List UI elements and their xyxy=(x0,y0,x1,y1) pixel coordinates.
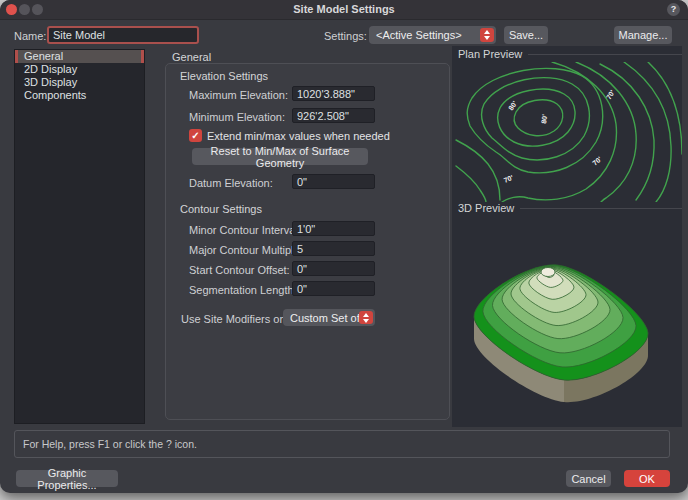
contour-label: 70' xyxy=(503,174,515,184)
contour-label: 80' xyxy=(540,113,548,124)
chevron-up-icon xyxy=(363,313,369,317)
ok-button[interactable]: OK xyxy=(624,470,670,487)
maximum-elevation-label: Maximum Elevation: xyxy=(189,89,288,101)
maximum-elevation-input[interactable]: 1020'3.888" xyxy=(292,86,375,101)
title-bar: Site Model Settings ? xyxy=(0,0,688,20)
cancel-button[interactable]: Cancel xyxy=(566,470,611,487)
help-hint-box: For Help, press F1 or click the ? icon. xyxy=(14,430,670,458)
name-label: Name: xyxy=(14,30,46,42)
plan-preview-canvas: 80' 80' 70' 70' 70' xyxy=(454,62,682,202)
start-contour-offset-input[interactable]: 0" xyxy=(292,261,375,276)
segmentation-length-input[interactable]: 0" xyxy=(292,281,375,296)
contour-label: 70' xyxy=(605,89,616,101)
elevation-settings-title: Elevation Settings xyxy=(180,70,268,82)
datum-elevation-input[interactable]: 0" xyxy=(292,174,375,189)
site-model-settings-dialog: Site Model Settings ? Name: Site Model S… xyxy=(0,0,688,493)
minimum-elevation-input[interactable]: 926'2.508" xyxy=(292,108,375,123)
reset-minmax-button[interactable]: Reset to Min/Max of Surface Geometry xyxy=(192,148,368,165)
help-icon[interactable]: ? xyxy=(667,3,680,16)
extend-minmax-label: Extend min/max values when needed xyxy=(207,130,390,142)
screen: Site Model Settings ? Name: Site Model S… xyxy=(0,0,688,500)
contour-settings-title: Contour Settings xyxy=(180,203,262,215)
settings-label: Settings: xyxy=(324,30,367,42)
group-title: General xyxy=(172,51,211,63)
sidebar-item-general[interactable]: General xyxy=(15,50,144,63)
site-modifiers-dropdown-value: Custom Set of... xyxy=(290,312,369,324)
site-modifiers-dropdown[interactable]: Custom Set of... xyxy=(283,309,375,326)
divider xyxy=(520,208,682,209)
extend-minmax-checkbox[interactable]: ✓ xyxy=(189,129,202,142)
settings-dropdown[interactable]: <Active Settings> xyxy=(369,26,496,44)
help-hint-text: For Help, press F1 or click the ? icon. xyxy=(23,438,197,450)
use-site-modifiers-label: Use Site Modifiers on: xyxy=(181,313,289,325)
chevron-down-icon xyxy=(363,319,369,323)
divider xyxy=(528,54,682,55)
plan-preview-title: Plan Preview xyxy=(458,48,522,60)
window-title: Site Model Settings xyxy=(0,3,688,15)
stepper-icon xyxy=(359,311,373,324)
settings-dropdown-value: <Active Settings> xyxy=(376,29,462,41)
minor-contour-interval-label: Minor Contour Interval: xyxy=(189,224,301,236)
3d-preview-title: 3D Preview xyxy=(458,202,514,214)
chevron-down-icon xyxy=(484,36,490,40)
stepper-icon xyxy=(480,28,494,42)
minor-contour-interval-input[interactable]: 1'0" xyxy=(292,221,375,236)
name-input[interactable]: Site Model xyxy=(47,26,199,44)
segmentation-length-label: Segmentation Length: xyxy=(189,284,297,296)
chevron-up-icon xyxy=(484,30,490,34)
3d-preview-canvas xyxy=(454,215,682,425)
major-contour-multiplier-input[interactable]: 5 xyxy=(292,241,375,256)
contour-label: 70' xyxy=(591,155,603,167)
graphic-properties-button[interactable]: Graphic Properties... xyxy=(16,470,118,487)
sidebar-item-3d-display[interactable]: 3D Display xyxy=(15,76,144,89)
datum-elevation-label: Datum Elevation: xyxy=(189,177,273,189)
save-button[interactable]: Save... xyxy=(504,26,548,44)
minimum-elevation-label: Minimum Elevation: xyxy=(189,111,285,123)
settings-category-list: General 2D Display 3D Display Components xyxy=(14,49,145,424)
start-contour-offset-label: Start Contour Offset: xyxy=(189,264,290,276)
sidebar-item-2d-display[interactable]: 2D Display xyxy=(15,63,144,76)
manage-button[interactable]: Manage... xyxy=(614,26,672,44)
sidebar-item-components[interactable]: Components xyxy=(15,89,144,102)
major-contour-multiplier-label: Major Contour Multiplier: xyxy=(189,244,309,256)
